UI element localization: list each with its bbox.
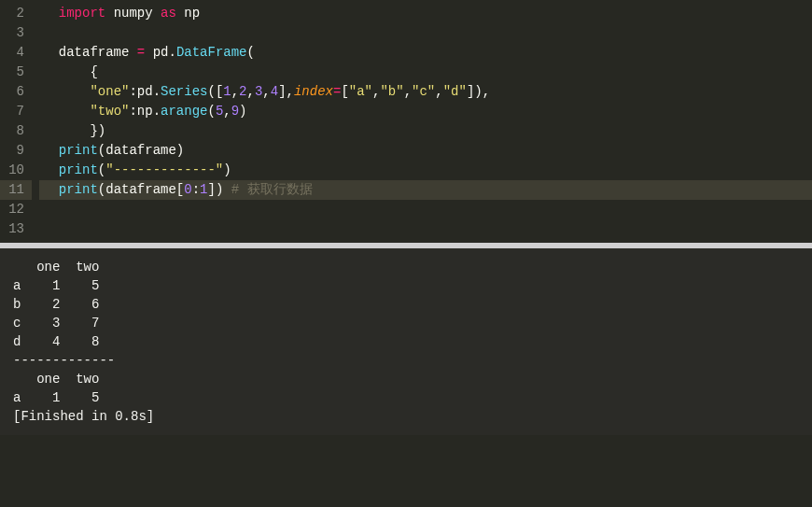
code-line[interactable]: import numpy as np: [39, 4, 812, 23]
line-number-gutter: 2 3 4 5 6 7 8 9 10 11 12 13: [0, 0, 39, 243]
line-number: 2: [0, 4, 32, 23]
code-line[interactable]: [39, 23, 812, 43]
code-line[interactable]: print(dataframe): [39, 141, 812, 161]
line-number: 10: [0, 161, 32, 180]
line-number: 12: [0, 200, 32, 219]
code-line[interactable]: [39, 219, 812, 239]
output-console[interactable]: one two a 1 5 b 2 6 c 3 7 d 4 8 --------…: [0, 248, 812, 435]
code-editor[interactable]: 2 3 4 5 6 7 8 9 10 11 12 13 import numpy…: [0, 0, 812, 243]
line-number: 6: [0, 82, 32, 102]
line-number: 5: [0, 63, 32, 82]
code-line[interactable]: print("-------------"): [39, 161, 812, 180]
code-line[interactable]: dataframe = pd.DataFrame(: [39, 43, 812, 63]
code-content[interactable]: import numpy as np dataframe = pd.DataFr…: [39, 0, 812, 243]
line-number: 4: [0, 43, 32, 63]
code-line[interactable]: }): [39, 121, 812, 141]
line-number: 8: [0, 121, 32, 141]
line-number: 9: [0, 141, 32, 161]
output-text: one two a 1 5 b 2 6 c 3 7 d 4 8 --------…: [13, 260, 154, 424]
code-line-active[interactable]: print(dataframe[0:1]) # 获取行数据: [39, 180, 812, 200]
code-line[interactable]: {: [39, 63, 812, 82]
code-line[interactable]: "one":pd.Series([1,2,3,4],index=["a","b"…: [39, 82, 812, 102]
code-line[interactable]: "two":np.arange(5,9): [39, 102, 812, 121]
line-number: 11: [0, 180, 32, 200]
line-number: 7: [0, 102, 32, 121]
code-line[interactable]: [39, 200, 812, 219]
line-number: 3: [0, 23, 32, 43]
line-number: 13: [0, 219, 32, 239]
